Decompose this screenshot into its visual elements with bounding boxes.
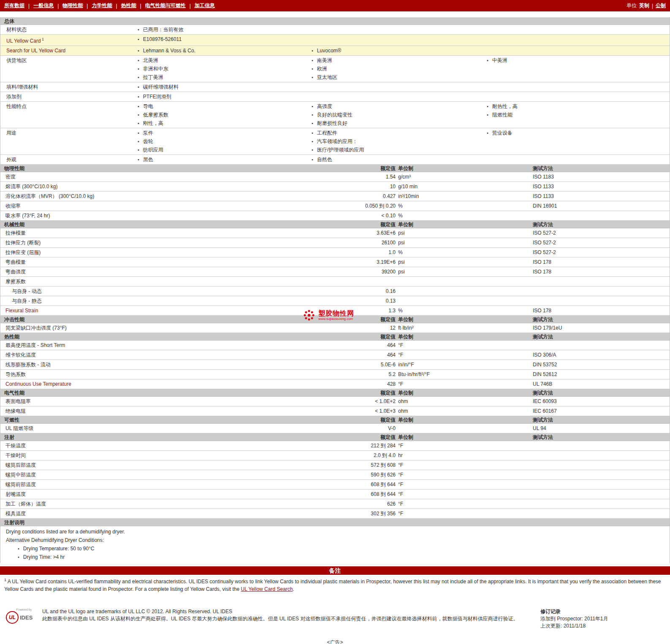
bullet-icon: • bbox=[138, 137, 139, 146]
bullet-item: •齿轮 bbox=[138, 137, 307, 146]
property-row: 吸水率 (73°F, 24 hr)< 0.10% bbox=[0, 211, 670, 221]
nav-tab-1[interactable]: 所有数据 bbox=[4, 2, 24, 9]
bullet-item: •碳纤维增强材料 bbox=[138, 83, 307, 91]
property-unit: g/10 min bbox=[396, 182, 527, 191]
property-name: 与自身 - 动态 bbox=[0, 287, 338, 296]
property-unit bbox=[396, 296, 527, 306]
bullet-item: •纺织应用 bbox=[138, 146, 307, 154]
bullet-text: 南美洲 bbox=[317, 56, 332, 65]
nav-tab-6[interactable]: 电气性能与可燃性 bbox=[145, 2, 186, 9]
property-unit: psi bbox=[396, 238, 527, 247]
property-row: 熔流率 (300°C/10.0 kg)10g/10 minISO 1133 bbox=[0, 182, 670, 192]
property-method: ISO 1183 bbox=[527, 172, 670, 181]
property-value: 572 到 608 bbox=[338, 460, 396, 470]
nav-tab-4[interactable]: 力学性能 bbox=[92, 2, 112, 9]
bullet-icon: • bbox=[138, 111, 139, 119]
bullet-icon: • bbox=[138, 92, 139, 101]
property-value: 608 到 644 bbox=[338, 490, 396, 499]
nav-tab-3[interactable]: 物理性能 bbox=[62, 2, 83, 9]
general-bullet-column: •碳纤维增强材料 bbox=[133, 83, 307, 91]
property-name: 导热系数 bbox=[0, 370, 338, 379]
top-nav: 所有数据|一般信息|物理性能|力学性能|热性能|电气性能与可燃性|加工信息 单位… bbox=[0, 0, 670, 11]
bullet-icon: • bbox=[138, 65, 139, 73]
general-bullet-column: •耐热性，高•阻燃性能 bbox=[482, 102, 670, 119]
property-row: 射嘴温度608 到 644°F bbox=[0, 490, 670, 499]
property-value: 26100 bbox=[338, 238, 396, 247]
general-bullet-column: •导电•低摩擦系数•刚性，高 bbox=[133, 102, 307, 127]
ul-ides-logo: Powered by UL IDES bbox=[6, 608, 38, 624]
section-header: 电气性能额定值单位制测试方法 bbox=[0, 389, 670, 397]
property-name: UL 阻燃等级 bbox=[0, 424, 338, 433]
property-method: UL 746B bbox=[527, 379, 670, 389]
property-unit bbox=[396, 277, 527, 286]
bullet-text: E108976-526011 bbox=[143, 35, 182, 43]
unit-english-toggle[interactable]: 英制 bbox=[639, 2, 649, 9]
property-value: V-0 bbox=[338, 424, 396, 433]
property-unit: °F bbox=[396, 441, 527, 450]
property-name: 干燥温度 bbox=[0, 441, 338, 450]
bullet-icon: • bbox=[487, 102, 488, 111]
property-row: 模具温度302 到 356°F bbox=[0, 509, 670, 519]
property-method: ISO 179/1eU bbox=[527, 323, 670, 333]
footer-text: UL and the UL logo are trademarks of UL … bbox=[38, 608, 528, 622]
property-row: 表面电阻率< 1.0E+2ohmIEC 60093 bbox=[0, 397, 670, 406]
nav-tab-2[interactable]: 一般信息 bbox=[33, 2, 54, 9]
property-unit: °F bbox=[396, 350, 527, 360]
general-row: 添加剂•PTFE润滑剂 bbox=[0, 92, 670, 102]
bullet-text: 低摩擦系数 bbox=[143, 111, 168, 119]
bullet-item: •低摩擦系数 bbox=[138, 111, 307, 119]
property-row: 导热系数5.2Btu·in/hr/ft²/°FDIN 52612 bbox=[0, 370, 670, 379]
bullet-icon: • bbox=[138, 155, 139, 164]
powered-by-label: Powered by bbox=[6, 608, 38, 611]
property-value: 39200 bbox=[338, 267, 396, 276]
disclaimer-line: 此数据表中的信息由 UL IDES 从该材料的生产商处获得。UL IDES 尽最… bbox=[42, 615, 524, 622]
nav-separator: | bbox=[116, 3, 117, 9]
property-value: 0.050 到 0.20 bbox=[338, 201, 396, 211]
bullet-text: 阻燃性能 bbox=[492, 111, 513, 119]
property-name: 表面电阻率 bbox=[0, 397, 338, 406]
unit-metric-toggle[interactable]: 公制 bbox=[656, 2, 666, 9]
value-column-header: 额定值 bbox=[338, 333, 396, 341]
property-unit: % bbox=[396, 201, 527, 211]
bullet-icon: • bbox=[138, 56, 139, 65]
bullet-item: •黑色 bbox=[138, 155, 307, 164]
property-name: 拉伸应变 (屈服) bbox=[0, 248, 338, 257]
nav-tab-7[interactable]: 加工信息 bbox=[195, 2, 215, 9]
bullet-text: 纺织应用 bbox=[143, 146, 163, 154]
property-name: Flexural Strain bbox=[0, 306, 338, 315]
yellow-card-search-link[interactable]: UL Yellow Card Search bbox=[241, 586, 293, 592]
section-title: 机械性能 bbox=[0, 221, 338, 228]
section-header: 注射额定值单位制测试方法 bbox=[0, 433, 670, 441]
bullet-icon: • bbox=[312, 46, 313, 55]
bullet-icon: • bbox=[312, 146, 313, 154]
property-unit: psi bbox=[396, 257, 527, 267]
section-title: 注射说明 bbox=[0, 519, 338, 526]
property-unit: % bbox=[396, 248, 527, 257]
property-name: 线形膨胀系数 - 流动 bbox=[0, 360, 338, 369]
property-value: 1.3 bbox=[338, 306, 396, 315]
property-method: DIN 52612 bbox=[527, 370, 670, 379]
bullet-item: •汽车领域的应用： bbox=[312, 137, 482, 146]
property-method bbox=[527, 441, 670, 450]
bullet-text: 良好的抗蠕变性 bbox=[317, 111, 353, 119]
bullet-text: 拉丁美洲 bbox=[143, 73, 163, 81]
datasheet-table: 总体 材料状态•已商用：当前有效UL Yellow Card 1•E108976… bbox=[0, 17, 670, 563]
general-bullet-column: •营业设备 bbox=[482, 129, 670, 137]
nav-tab-5[interactable]: 热性能 bbox=[121, 2, 136, 9]
note-bullet-text: Drying Time: >4 hr bbox=[23, 553, 65, 561]
bullet-icon: • bbox=[138, 146, 139, 154]
general-row: 性能特点•导电•低摩擦系数•刚性，高•高强度•良好的抗蠕变性•耐磨损性良好•耐热… bbox=[0, 102, 670, 128]
bullet-item: •导电 bbox=[138, 102, 307, 111]
unit-switcher: 单位 英制 | 公制 bbox=[627, 2, 666, 9]
property-row: 简支梁缺口冲击强度 (73°F)12ft·lb/in²ISO 179/1eU bbox=[0, 323, 670, 333]
property-value: 5.0E-6 bbox=[338, 360, 396, 369]
bullet-text: 碳纤维增强材料 bbox=[143, 83, 179, 91]
remarks-header: 备注 bbox=[0, 566, 670, 575]
property-value: < 1.0E+2 bbox=[338, 397, 396, 406]
bullet-text: 耐磨损性良好 bbox=[317, 119, 347, 127]
general-row-link[interactable]: Search for UL Yellow Card bbox=[0, 46, 133, 55]
bullet-icon: • bbox=[312, 137, 313, 146]
bullet-item: •北美洲 bbox=[138, 56, 307, 65]
bullet-icon: • bbox=[312, 73, 313, 81]
general-row-label: 供货地区 bbox=[0, 56, 133, 65]
